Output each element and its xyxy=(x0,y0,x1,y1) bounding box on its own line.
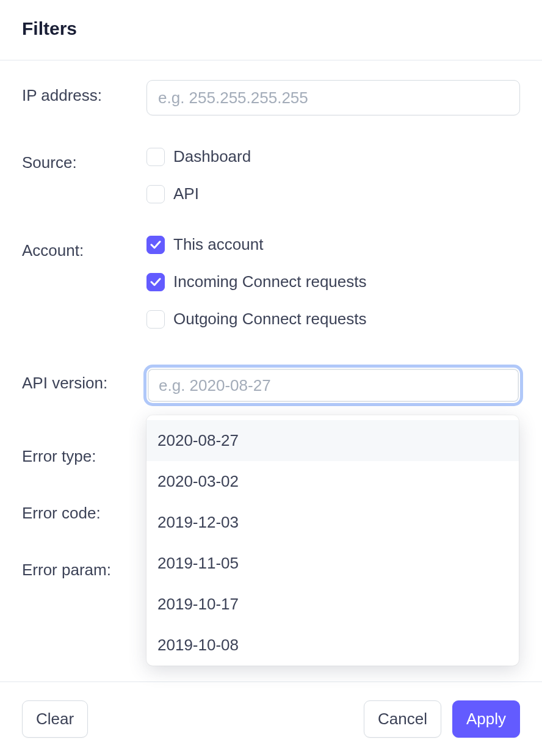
account-option-incoming[interactable]: Incoming Connect requests xyxy=(146,272,520,291)
incoming-connect-checkbox-label: Incoming Connect requests xyxy=(173,272,367,291)
account-option-this-account[interactable]: This account xyxy=(146,235,520,254)
api-checkbox-label: API xyxy=(173,184,199,203)
api-version-option[interactable]: 2020-08-27 xyxy=(146,420,519,461)
source-label: Source: xyxy=(22,147,146,172)
apply-button[interactable]: Apply xyxy=(452,700,520,738)
outgoing-connect-checkbox-label: Outgoing Connect requests xyxy=(173,310,367,329)
checkmark-icon xyxy=(150,277,161,286)
error-code-label: Error code: xyxy=(22,498,146,523)
api-version-label: API version: xyxy=(22,368,146,393)
cancel-button[interactable]: Cancel xyxy=(364,700,441,738)
api-version-option[interactable]: 2019-11-05 xyxy=(146,543,519,584)
api-checkbox[interactable] xyxy=(146,185,165,203)
source-option-api[interactable]: API xyxy=(146,184,520,203)
row-source: Source: Dashboard API xyxy=(22,147,520,203)
source-option-dashboard[interactable]: Dashboard xyxy=(146,147,520,166)
api-version-dropdown: 2020-08-27 2020-03-02 2019-12-03 2019-11… xyxy=(146,415,519,666)
incoming-connect-checkbox[interactable] xyxy=(146,273,165,291)
panel-header: Filters xyxy=(0,0,542,60)
outgoing-connect-checkbox[interactable] xyxy=(146,310,165,329)
error-param-label: Error param: xyxy=(22,554,146,580)
account-label: Account: xyxy=(22,235,146,260)
api-version-input[interactable] xyxy=(146,368,520,403)
account-control: This account Incoming Connect requests O… xyxy=(146,235,520,329)
panel-title: Filters xyxy=(22,18,520,39)
api-version-option[interactable]: 2019-12-03 xyxy=(146,502,519,543)
panel-footer: Clear Cancel Apply xyxy=(0,681,542,756)
ip-address-control xyxy=(146,80,520,115)
api-version-option[interactable]: 2019-10-08 xyxy=(146,625,519,666)
row-ip-address: IP address: xyxy=(22,80,520,115)
filters-panel: Filters IP address: Source: Dashboard xyxy=(0,0,542,634)
clear-button[interactable]: Clear xyxy=(22,700,88,738)
source-checkbox-group: Dashboard API xyxy=(146,147,520,203)
dashboard-checkbox-label: Dashboard xyxy=(173,147,251,166)
checkmark-icon xyxy=(150,240,161,249)
api-version-option[interactable]: 2020-03-02 xyxy=(146,461,519,502)
this-account-checkbox-label: This account xyxy=(173,235,263,254)
account-checkbox-group: This account Incoming Connect requests O… xyxy=(146,235,520,329)
filters-form: IP address: Source: Dashboard API xyxy=(0,60,542,634)
account-option-outgoing[interactable]: Outgoing Connect requests xyxy=(146,310,520,329)
row-api-version: API version: 2020-08-27 2020-03-02 2019-… xyxy=(22,368,520,403)
ip-address-label: IP address: xyxy=(22,80,146,105)
api-version-control: 2020-08-27 2020-03-02 2019-12-03 2019-11… xyxy=(146,368,520,403)
footer-action-group: Cancel Apply xyxy=(364,700,520,738)
this-account-checkbox[interactable] xyxy=(146,236,165,254)
api-version-option[interactable]: 2019-10-17 xyxy=(146,584,519,625)
ip-address-input[interactable] xyxy=(146,80,520,115)
dashboard-checkbox[interactable] xyxy=(146,148,165,166)
row-account: Account: This account Incoming Connect r… xyxy=(22,235,520,329)
error-type-label: Error type: xyxy=(22,441,146,466)
source-control: Dashboard API xyxy=(146,147,520,203)
